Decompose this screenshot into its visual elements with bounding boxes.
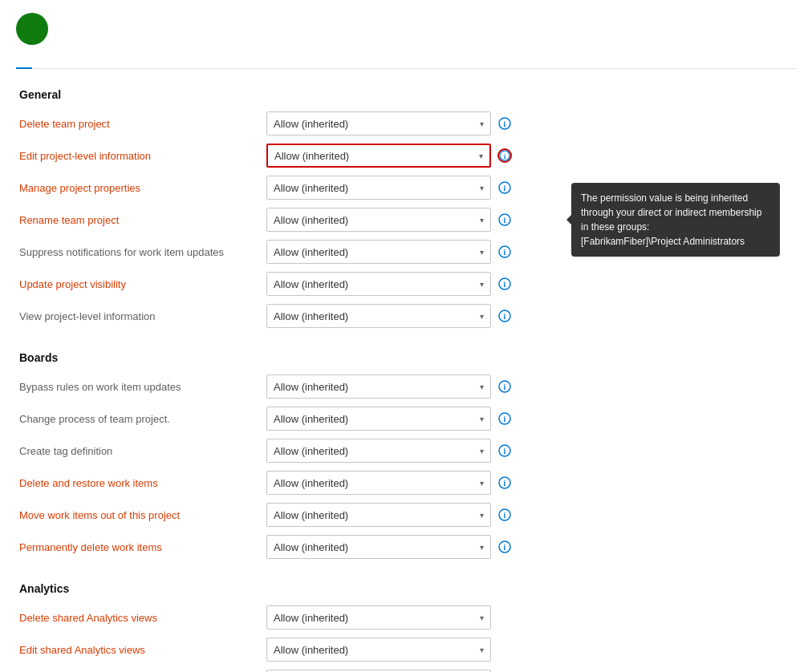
info-icon-delete-team-project[interactable]: i	[497, 116, 512, 131]
chevron-down-icon: ▾	[480, 184, 484, 192]
tab-member-of[interactable]	[32, 55, 48, 69]
section-title-boards: Boards	[16, 351, 796, 364]
permission-label-change-process: Change process of team project.	[19, 413, 260, 425]
chevron-down-icon: ▾	[480, 312, 484, 321]
permission-select-edit-project-level[interactable]: Allow (inherited)▾	[266, 144, 491, 168]
info-icon-permanently-delete[interactable]: i	[497, 540, 512, 554]
avatar	[16, 13, 48, 45]
section-analytics: AnalyticsDelete shared Analytics viewsAl…	[16, 582, 796, 672]
section-title-analytics: Analytics	[16, 582, 796, 595]
permission-row-delete-restore-work: Delete and restore work itemsAllow (inhe…	[16, 467, 796, 499]
permission-label-permanently-delete: Permanently delete work items	[19, 541, 260, 553]
chevron-down-icon: ▾	[480, 543, 484, 552]
section-title-general: General	[16, 88, 796, 101]
permission-row-change-process: Change process of team project.Allow (in…	[16, 403, 796, 435]
chevron-down-icon: ▾	[480, 119, 484, 128]
permission-row-edit-project-level: Edit project-level informationAllow (inh…	[16, 140, 796, 172]
tab-permissions[interactable]	[16, 55, 32, 69]
info-icon-manage-project-props[interactable]: i	[497, 180, 512, 195]
section-boards: BoardsBypass rules on work item updatesA…	[16, 351, 796, 563]
permission-select-view-project-level[interactable]: Allow (inherited)▾	[266, 304, 491, 328]
permission-select-update-project-visibility[interactable]: Allow (inherited)▾	[266, 272, 491, 296]
chevron-down-icon: ▾	[480, 479, 484, 488]
info-icon-bypass-rules[interactable]: i	[497, 379, 512, 394]
permission-label-update-project-visibility: Update project visibility	[19, 278, 260, 290]
permission-select-rename-team-project[interactable]: Allow (inherited)▾	[266, 208, 491, 232]
svg-text:i: i	[504, 479, 506, 488]
permission-row-delete-analytics-views: Delete shared Analytics viewsAllow (inhe…	[16, 601, 796, 634]
chevron-down-icon: ▾	[480, 248, 484, 257]
permission-select-delete-analytics-views[interactable]: Allow (inherited)▾	[266, 605, 491, 629]
svg-text:i: i	[504, 312, 506, 321]
chevron-down-icon: ▾	[480, 447, 484, 455]
chevron-down-icon: ▾	[480, 613, 484, 622]
permission-label-edit-project-level: Edit project-level information	[19, 150, 260, 162]
chevron-down-icon: ▾	[480, 383, 484, 391]
info-icon-move-work-items[interactable]: i	[497, 508, 512, 522]
info-icon-create-tag[interactable]: i	[497, 443, 512, 458]
svg-text:i: i	[504, 152, 506, 160]
svg-text:i: i	[504, 447, 506, 455]
permission-row-view-project-level: View project-level informationAllow (inh…	[16, 300, 796, 332]
svg-text:i: i	[504, 383, 506, 391]
chevron-down-icon: ▾	[479, 152, 483, 160]
permission-row-move-work-items: Move work items out of this projectAllow…	[16, 499, 796, 531]
permission-row-create-tag: Create tag definitionAllow (inherited)▾ …	[16, 435, 796, 467]
page-container: GeneralDelete team projectAllow (inherit…	[0, 0, 812, 672]
svg-text:i: i	[504, 543, 506, 552]
permission-select-permanently-delete[interactable]: Allow (inherited)▾	[266, 535, 491, 559]
svg-text:i: i	[504, 248, 506, 257]
permission-row-view-analytics: View analyticsAllow (inherited)▾ i	[16, 666, 796, 672]
info-icon-delete-restore-work[interactable]: i	[497, 476, 512, 490]
permission-label-suppress-notifications: Suppress notifications for work item upd…	[19, 246, 260, 258]
permission-select-edit-analytics-views[interactable]: Allow (inherited)▾	[266, 638, 491, 662]
chevron-down-icon: ▾	[480, 511, 484, 520]
permissions-content: GeneralDelete team projectAllow (inherit…	[16, 85, 796, 672]
svg-text:i: i	[504, 415, 506, 423]
header	[16, 13, 796, 55]
svg-text:i: i	[504, 184, 506, 192]
permission-select-suppress-notifications[interactable]: Allow (inherited)▾	[266, 240, 491, 264]
svg-text:i: i	[504, 216, 506, 225]
permission-select-create-tag[interactable]: Allow (inherited)▾	[266, 439, 491, 463]
permission-row-update-project-visibility: Update project visibilityAllow (inherite…	[16, 268, 796, 300]
permission-tooltip: The permission value is being inherited …	[571, 183, 780, 257]
permission-label-rename-team-project: Rename team project	[19, 214, 260, 226]
permission-label-delete-restore-work: Delete and restore work items	[19, 477, 260, 489]
permission-select-change-process[interactable]: Allow (inherited)▾	[266, 407, 491, 431]
chevron-down-icon: ▾	[480, 415, 484, 423]
permission-row-permanently-delete: Permanently delete work itemsAllow (inhe…	[16, 531, 796, 563]
chevron-down-icon: ▾	[480, 216, 484, 225]
permission-label-delete-analytics-views: Delete shared Analytics views	[19, 612, 260, 624]
permission-label-bypass-rules: Bypass rules on work item updates	[19, 381, 260, 393]
chevron-down-icon: ▾	[480, 646, 484, 654]
permission-select-move-work-items[interactable]: Allow (inherited)▾	[266, 503, 491, 527]
permission-label-edit-analytics-views: Edit shared Analytics views	[19, 644, 260, 656]
permission-row-edit-analytics-views: Edit shared Analytics viewsAllow (inheri…	[16, 634, 796, 666]
permission-select-manage-project-props[interactable]: Allow (inherited)▾	[266, 176, 491, 200]
info-icon-change-process[interactable]: i	[497, 411, 512, 426]
permission-select-bypass-rules[interactable]: Allow (inherited)▾	[266, 374, 491, 399]
permission-label-delete-team-project: Delete team project	[19, 118, 260, 130]
chevron-down-icon: ▾	[480, 280, 484, 289]
permission-row-bypass-rules: Bypass rules on work item updatesAllow (…	[16, 370, 796, 403]
info-icon-rename-team-project[interactable]: i	[497, 213, 512, 227]
svg-text:i: i	[504, 280, 506, 289]
permission-row-delete-team-project: Delete team projectAllow (inherited)▾ i	[16, 107, 796, 140]
info-icon-view-project-level[interactable]: i	[497, 309, 512, 323]
permission-label-manage-project-props: Manage project properties	[19, 182, 260, 194]
permission-label-view-project-level: View project-level information	[19, 310, 260, 322]
tabs-nav	[16, 55, 796, 69]
permission-label-create-tag: Create tag definition	[19, 445, 260, 457]
svg-text:i: i	[504, 511, 506, 520]
permission-label-move-work-items: Move work items out of this project	[19, 509, 260, 521]
permission-select-delete-restore-work[interactable]: Allow (inherited)▾	[266, 471, 491, 495]
info-icon-edit-project-level[interactable]: i	[497, 148, 512, 163]
info-icon-suppress-notifications[interactable]: i	[497, 245, 512, 259]
info-icon-update-project-visibility[interactable]: i	[497, 277, 512, 291]
permission-select-delete-team-project[interactable]: Allow (inherited)▾	[266, 111, 491, 136]
svg-text:i: i	[504, 119, 506, 128]
